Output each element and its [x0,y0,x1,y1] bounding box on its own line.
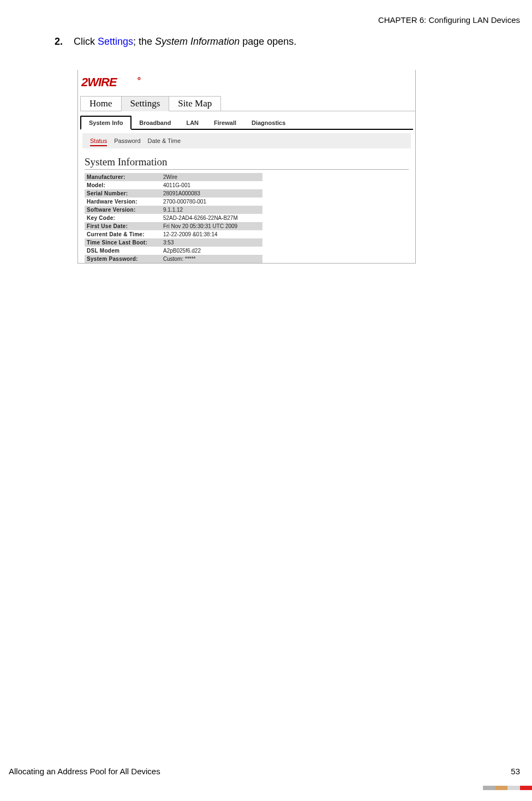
table-row: First Use Date:Fri Nov 20 05:30:31 UTC 2… [85,222,262,230]
section-title: System Information [85,156,409,170]
subsub-links: Status Password Date & Time [90,138,403,144]
footer-section-title: Allocating an Address Pool for All Devic… [9,767,160,776]
step-text-pre: Click [74,36,98,47]
subtab-lan[interactable]: LAN [178,117,206,129]
table-row: Serial Number:28091A000083 [85,189,262,198]
row-label: Manufacturer: [85,173,161,181]
table-row: DSL ModemA2pB025f6.d22 [85,247,262,255]
step-text-mid: ; the [133,36,155,47]
row-label: Hardware Version: [85,198,161,206]
page-number: 53 [511,767,520,776]
tab-home[interactable]: Home [80,96,122,111]
subsub-status[interactable]: Status [90,138,107,146]
row-label: Model: [85,181,161,189]
table-row: Hardware Version:2700-000780-001 [85,198,262,206]
row-label: Time Since Last Boot: [85,238,161,247]
table-row: Software Version:9.1.1.12 [85,206,262,214]
table-row: Model:4011G-001 [85,181,262,189]
row-value: 2Wire [161,173,262,181]
svg-text:R: R [138,77,140,80]
router-ui-screenshot: 2WIRE R Home Settings Site Map System In… [77,70,416,264]
table-row: Time Since Last Boot:3:53 [85,238,262,247]
row-label: DSL Modem [85,247,161,255]
system-info-table: Manufacturer:2Wire Model:4011G-001 Seria… [85,173,262,263]
row-value: A2pB025f6.d22 [161,247,262,255]
row-label: Current Date & Time: [85,230,161,238]
row-value: 2700-000780-001 [161,198,262,206]
row-value: Fri Nov 20 05:30:31 UTC 2009 [161,222,262,230]
row-value: 52AD-2AD4-6266-22NA-B27M [161,214,262,222]
subtab-diagnostics[interactable]: Diagnostics [244,117,293,129]
chapter-header: CHAPTER 6: Configuring LAN Devices [378,15,520,25]
row-label: Software Version: [85,206,161,214]
row-label: System Password: [85,255,161,263]
step-number: 2. [55,36,71,47]
svg-text:2WIRE: 2WIRE [81,75,118,89]
row-label: Serial Number: [85,189,161,198]
table-row: Current Date & Time:12-22-2009 &01:38:14 [85,230,262,238]
top-tab-bar: Home Settings Site Map [80,96,415,111]
tab-sitemap[interactable]: Site Map [169,96,221,111]
subsub-panel: Status Password Date & Time [82,133,411,148]
row-value: 28091A000083 [161,189,262,198]
subtab-system-info[interactable]: System Info [80,116,131,130]
table-row: Manufacturer:2Wire [85,173,262,181]
table-row: Key Code:52AD-2AD4-6266-22NA-B27M [85,214,262,222]
logo-2wire: 2WIRE R [81,74,415,89]
footer-color-bars [483,786,532,790]
step-link-settings: Settings [98,36,133,47]
subtab-firewall[interactable]: Firewall [206,117,244,129]
subtab-broadband[interactable]: Broadband [131,117,178,129]
row-value: Custom: ***** [161,255,262,263]
row-value: 9.1.1.12 [161,206,262,214]
step-text-post: page opens. [240,36,296,47]
row-value: 4011G-001 [161,181,262,189]
subsub-datetime[interactable]: Date & Time [148,138,181,144]
row-label: First Use Date: [85,222,161,230]
row-label: Key Code: [85,214,161,222]
row-value: 3:53 [161,238,262,247]
instruction-step: 2. Click Settings; the System Informatio… [55,36,296,47]
sub-tab-bar: System Info Broadband LAN Firewall Diagn… [80,116,413,130]
step-text-italic: System Information [155,36,240,47]
tab-settings[interactable]: Settings [121,96,170,111]
table-row: System Password:Custom: ***** [85,255,262,263]
subsub-password[interactable]: Password [114,138,140,144]
row-value: 12-22-2009 &01:38:14 [161,230,262,238]
